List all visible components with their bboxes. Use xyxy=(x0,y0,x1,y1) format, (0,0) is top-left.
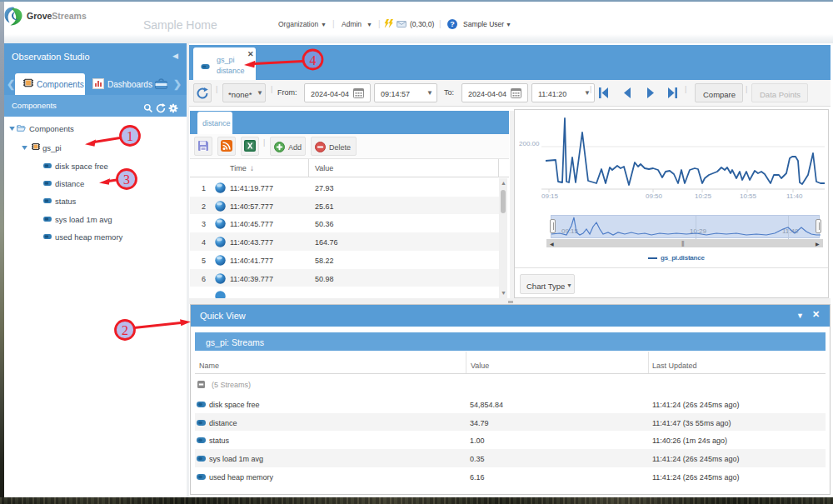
svg-text:1: 1 xyxy=(127,129,133,143)
svg-text:4: 4 xyxy=(310,53,317,67)
svg-text:3: 3 xyxy=(123,172,130,187)
svg-text:2: 2 xyxy=(122,323,128,337)
